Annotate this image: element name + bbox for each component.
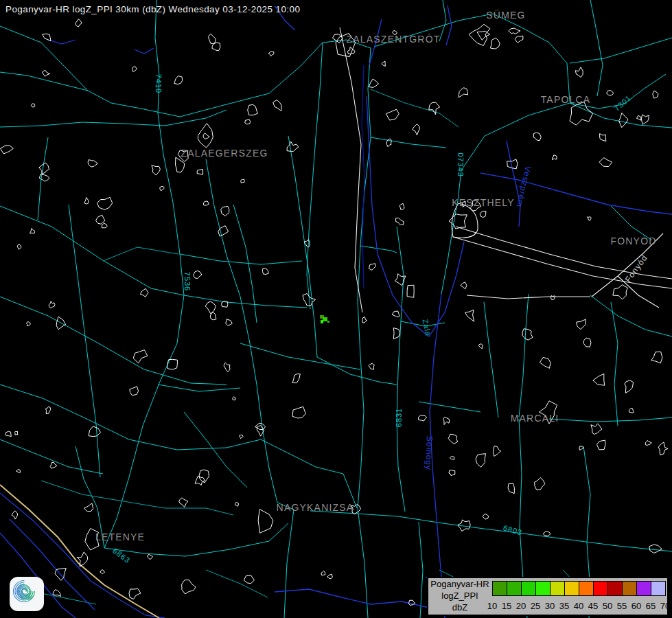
- city-label-keszthely: KESZTHELY: [452, 197, 514, 208]
- county-label-somogy: Somogy: [424, 436, 435, 470]
- legend-tick: 30: [545, 601, 555, 611]
- radar-title: Poganyvar-HR logZ_PPI 30km (dbZ) Wednesd…: [5, 4, 300, 14]
- legend-swatch: [637, 582, 651, 595]
- radar-echo: [320, 315, 329, 323]
- city-label-letenye: LETENYE: [95, 531, 145, 542]
- legend-swatch: [536, 582, 550, 595]
- road-label-6831: 6831: [395, 408, 403, 427]
- legend-swatch: [623, 582, 636, 595]
- legend-tick: 45: [588, 601, 598, 611]
- city-label-tapolca: TAPOLCA: [541, 94, 591, 105]
- legend-swatch: [551, 582, 564, 595]
- legend-swatch: [579, 582, 593, 595]
- legend-swatch: [493, 582, 507, 595]
- legend-tick: 50: [603, 601, 612, 611]
- settlement-outlines: [1, 19, 669, 606]
- legend-tick: 20: [516, 601, 526, 611]
- road-label-07343: 07343: [456, 152, 465, 177]
- city-label-fonyod: FONYÓD: [610, 236, 656, 247]
- legend-swatch: [522, 582, 535, 595]
- legend-swatch: [507, 582, 521, 595]
- legend-site-name: Poganyvar-HR: [428, 579, 491, 590]
- legend-swatch: [608, 582, 622, 595]
- legend-swatch: [594, 582, 607, 595]
- city-label-zalaegerszeg: ZALAEGERSZEG: [181, 148, 268, 159]
- road-label-7536: 7536: [183, 272, 192, 291]
- radar-spiral-logo-icon: [10, 577, 44, 611]
- city-label-zalaszentgrot: ZALASZENTGRÓT: [347, 34, 441, 45]
- radar-map-screen: Poganyvar-HR logZ_PPI 30km (dbZ) Wednesd…: [0, 0, 672, 618]
- city-label-nagykanizsa: NAGYKANIZSA: [277, 502, 354, 513]
- map-canvas: [0, 0, 672, 618]
- legend-tick-labels: 10 15 20 25 30 35 40 45 50 55 60 65 70: [428, 601, 667, 613]
- city-label-sumeg: SÜMEG: [486, 10, 525, 21]
- colorbar-legend: Poganyvar-HR logZ_PPI dbZ 10 15 20 25 30…: [427, 577, 669, 616]
- legend-swatch: [651, 582, 665, 595]
- road-network: [0, 0, 672, 618]
- lakeshore-and-main-roads: [340, 27, 672, 312]
- legend-tick: 55: [617, 601, 627, 611]
- legend-tick: 15: [502, 601, 511, 611]
- legend-tick: 10: [487, 601, 497, 611]
- city-label-marcali: MARCALI: [511, 413, 559, 424]
- legend-swatch: [565, 582, 579, 595]
- legend-tick: 25: [531, 601, 540, 611]
- road-label-7410: 7410: [154, 74, 163, 93]
- legend-product-name: logZ_PPI: [428, 591, 491, 602]
- legend-tick: 40: [574, 601, 583, 611]
- legend-tick: 65: [646, 601, 656, 611]
- legend-tick: 60: [632, 601, 641, 611]
- legend-tick: 70: [660, 601, 670, 611]
- legend-color-swatches: [492, 581, 666, 596]
- legend-tick: 35: [559, 601, 569, 611]
